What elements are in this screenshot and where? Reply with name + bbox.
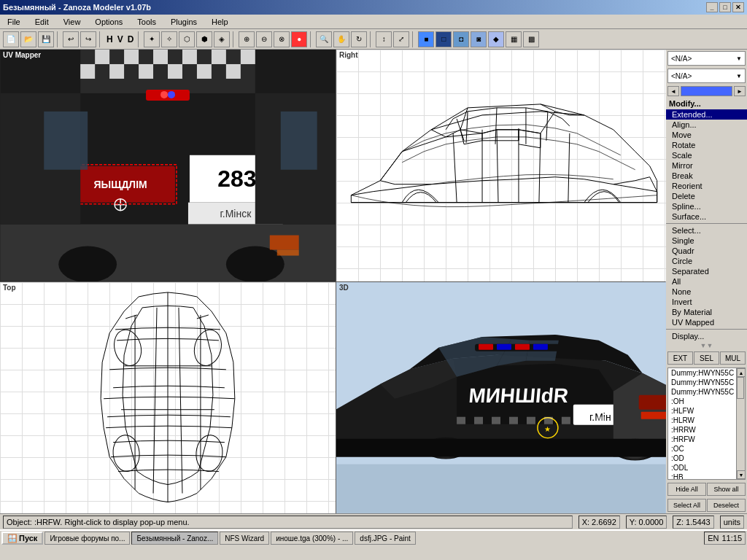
start-button[interactable]: 🪟 Пуск — [1, 532, 43, 545]
zoom-btn[interactable]: 🔍 — [316, 31, 332, 47]
task-zanoza[interactable]: Безымянный - Zanoz... — [131, 532, 218, 545]
menu-help[interactable]: Help — [207, 16, 233, 28]
open-button[interactable]: 📂 — [20, 31, 36, 47]
menu-none[interactable]: None — [666, 287, 747, 297]
menu-reorient[interactable]: Reorient — [666, 181, 747, 191]
status-units: units — [720, 516, 744, 529]
render-btn[interactable]: ◆ — [488, 31, 504, 47]
svg-rect-86 — [597, 416, 605, 424]
undo-button[interactable]: ↩ — [63, 31, 79, 47]
object-list[interactable]: Dummy:HWYN55C Dummy:HWYN55C Dummy:HWYN55… — [667, 368, 746, 480]
rotate-btn[interactable]: ↻ — [351, 31, 367, 47]
save-button[interactable]: 💾 — [38, 31, 54, 47]
tab-mul[interactable]: MUL — [720, 351, 746, 365]
obj-hb[interactable]: :HB — [668, 472, 745, 480]
menu-select[interactable]: Select... — [666, 225, 747, 236]
tool-btn-8[interactable]: ⊗ — [274, 31, 290, 47]
tool-btn-6[interactable]: ⊕ — [239, 31, 255, 47]
pan-btn[interactable]: ✋ — [333, 31, 349, 47]
obj-odl[interactable]: :ODL — [668, 463, 745, 472]
menu-delete[interactable]: Delete — [666, 191, 747, 201]
menu-invert[interactable]: Invert — [666, 297, 747, 307]
task-inosh[interactable]: иноше.tga (300%) - ... — [271, 532, 353, 545]
obj-dummy3[interactable]: Dummy:HWYN55C — [668, 387, 745, 397]
obj-hlrw[interactable]: :HLRW — [668, 416, 745, 425]
deselect-btn[interactable]: Deselect — [707, 499, 746, 512]
show-all-btn[interactable]: Show all — [707, 483, 746, 496]
object-list-scrollbar[interactable]: ▲ ▼ — [736, 368, 745, 479]
tex-btn[interactable]: ▦ — [506, 31, 522, 47]
hide-all-btn[interactable]: Hide All — [667, 483, 706, 496]
menu-all[interactable]: All — [666, 276, 747, 287]
move-btn[interactable]: ↕ — [376, 31, 392, 47]
obj-hrfw[interactable]: :HRFW — [668, 435, 745, 444]
wire-btn[interactable]: □ — [436, 31, 452, 47]
menu-circle[interactable]: Circle — [666, 256, 747, 266]
scroll-down-arrow[interactable]: ▼ — [737, 470, 746, 479]
menu-quadr[interactable]: Quadr — [666, 246, 747, 256]
shading-btn[interactable]: ■ — [418, 31, 434, 47]
obj-oc[interactable]: :OC — [668, 444, 745, 454]
tool-btn-1[interactable]: ✦ — [144, 31, 160, 47]
obj-dummy1[interactable]: Dummy:HWYN55C — [668, 368, 745, 378]
light-btn[interactable]: ◙ — [471, 31, 487, 47]
dropdown-na-2[interactable]: <N/A> ▼ — [667, 69, 746, 83]
menu-tools[interactable]: Tools — [133, 16, 160, 28]
menu-uv-mapped[interactable]: UV Mapped — [666, 317, 747, 327]
obj-hrrw[interactable]: :HRRW — [668, 425, 745, 435]
tool-btn-2[interactable]: ✧ — [161, 31, 177, 47]
menu-edit[interactable]: Edit — [31, 16, 53, 28]
obj-od[interactable]: :OD — [668, 454, 745, 463]
menu-spline[interactable]: Spline... — [666, 201, 747, 211]
menu-by-material[interactable]: By Material — [666, 307, 747, 317]
scale-btn[interactable]: ⤢ — [393, 31, 409, 47]
obj-dummy2[interactable]: Dummy:HWYN55C — [668, 378, 745, 387]
menu-file[interactable]: File — [3, 16, 25, 28]
menu-move[interactable]: Move — [666, 130, 747, 140]
dropdown-na-1[interactable]: <N/A> ▼ — [667, 51, 746, 66]
solid-btn[interactable]: ◘ — [453, 31, 469, 47]
scroll-right-btn[interactable]: ► — [734, 86, 746, 96]
menu-align[interactable]: Align... — [666, 120, 747, 130]
menu-extended[interactable]: Extended... — [666, 109, 747, 120]
menu-options[interactable]: Options — [90, 16, 127, 28]
menu-single[interactable]: Single — [666, 236, 747, 246]
redo-button[interactable]: ↪ — [80, 31, 96, 47]
close-button[interactable]: ✕ — [732, 2, 744, 12]
menu-scale[interactable]: Scale — [666, 150, 747, 160]
select-btn[interactable]: ● — [291, 31, 307, 47]
task-nfs[interactable]: NFS Wizard — [220, 532, 269, 545]
tab-sel[interactable]: SEL — [694, 351, 719, 365]
menu-mirror[interactable]: Mirror — [666, 160, 747, 171]
new-button[interactable]: 📄 — [3, 31, 19, 47]
select-all-btn[interactable]: Select All — [667, 499, 706, 512]
menu-view[interactable]: View — [59, 16, 85, 28]
menu-separated[interactable]: Separated — [666, 266, 747, 276]
scroll-thumb[interactable] — [737, 377, 744, 399]
obj-oh[interactable]: :OH — [668, 397, 745, 406]
obj-hlfw[interactable]: :HLFW — [668, 406, 745, 416]
viewport-top[interactable]: Top — [0, 282, 336, 514]
tool-btn-5[interactable]: ◈ — [214, 31, 230, 47]
viewport-right[interactable]: Right — [336, 50, 666, 281]
menu-surface[interactable]: Surface... — [666, 211, 747, 222]
menu-break[interactable]: Break — [666, 171, 747, 181]
tool-btn-4[interactable]: ⬢ — [196, 31, 212, 47]
tool-btn-7[interactable]: ⊖ — [256, 31, 272, 47]
tool-btn-3[interactable]: ⬡ — [179, 31, 195, 47]
minimize-button[interactable]: _ — [706, 2, 718, 12]
scroll-up-arrow[interactable]: ▲ — [737, 368, 746, 377]
task-paint[interactable]: dsfj.JPG - Paint — [355, 532, 415, 545]
maximize-button[interactable]: □ — [719, 2, 731, 12]
menu-rotate[interactable]: Rotate — [666, 140, 747, 150]
viewport-uv[interactable]: UV Mapper — [0, 50, 336, 281]
grid-btn[interactable]: ▩ — [523, 31, 539, 47]
scroll-track[interactable] — [737, 377, 745, 470]
tab-ext[interactable]: EXT — [667, 351, 693, 365]
menu-display[interactable]: Display... — [666, 331, 747, 341]
menu-plugins[interactable]: Plugins — [166, 16, 201, 28]
viewport-3d[interactable]: 3D МИНШIdR г.Мiн — [336, 282, 666, 514]
task-forums[interactable]: Игровые форумы по... — [44, 532, 130, 545]
dropdown-na-1-label: <N/A> — [671, 55, 692, 63]
scroll-left-btn[interactable]: ◄ — [667, 86, 679, 96]
